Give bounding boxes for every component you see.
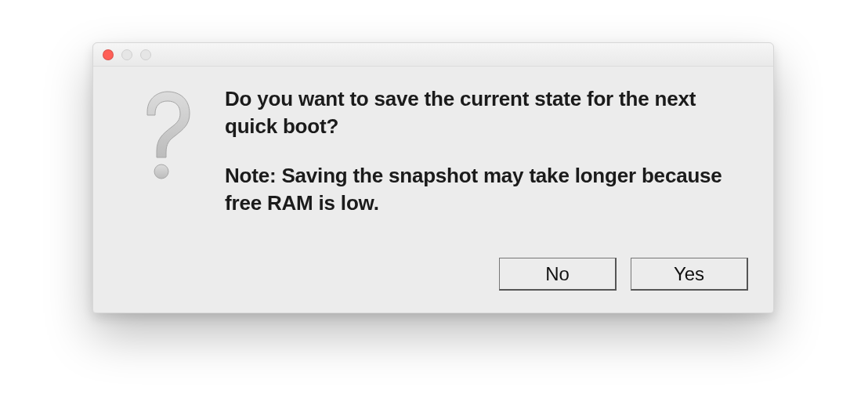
dialog-note-message: Note: Saving the snapshot may take longe… bbox=[225, 162, 742, 217]
dialog-button-row: No Yes bbox=[93, 258, 773, 313]
dialog-content: Do you want to save the current state fo… bbox=[93, 67, 773, 258]
confirmation-dialog: Do you want to save the current state fo… bbox=[92, 42, 774, 313]
window-zoom-button bbox=[140, 49, 151, 60]
dialog-main-message: Do you want to save the current state fo… bbox=[225, 85, 742, 140]
window-minimize-button bbox=[121, 49, 132, 60]
question-mark-icon bbox=[132, 89, 199, 183]
window-titlebar bbox=[93, 43, 773, 67]
yes-button[interactable]: Yes bbox=[631, 258, 748, 291]
no-button[interactable]: No bbox=[499, 258, 617, 291]
svg-point-0 bbox=[154, 164, 168, 179]
window-close-button[interactable] bbox=[103, 49, 114, 60]
